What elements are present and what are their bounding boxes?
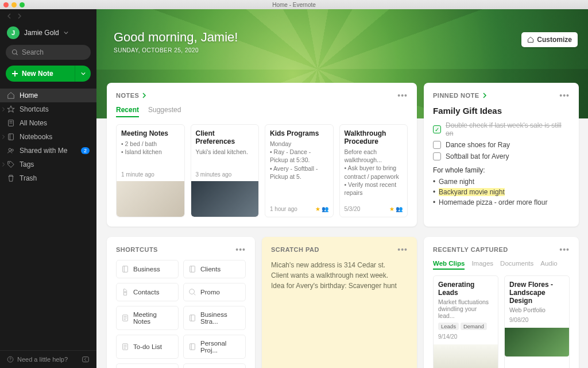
checklist-item[interactable]: Dance shoes for Ray [433, 141, 570, 149]
shortcut-item[interactable]: Promo [183, 283, 246, 301]
recently-captured-widget: RECENTLY CAPTURED ••• Web ClipsImagesDoc… [424, 237, 579, 368]
svg-rect-2 [9, 134, 14, 140]
more-icon[interactable]: ••• [397, 91, 408, 100]
note-card[interactable]: Client PreferencesYuki's ideal kitchen.3… [191, 124, 260, 217]
svg-rect-14 [190, 315, 195, 321]
svg-point-5 [9, 163, 10, 164]
checkbox-icon[interactable] [433, 152, 441, 160]
checklist-item[interactable]: Softball bat for Avery [433, 152, 570, 160]
sidebar-item-label: All Notes [20, 119, 47, 127]
shortcut-item[interactable]: Clients [183, 260, 246, 278]
collapse-sidebar-icon[interactable] [82, 355, 90, 363]
shortcut-label: Business Stra... [200, 311, 241, 325]
svg-point-0 [13, 50, 17, 55]
sidebar-item-home[interactable]: Home [0, 89, 96, 102]
sidebar-item-trash[interactable]: Trash [0, 171, 96, 185]
shortcut-item[interactable]: Contacts [116, 283, 179, 301]
pinned-note-widget: PINNED NOTE ••• Family Gift Ideas Double… [424, 83, 579, 227]
help-link[interactable]: ? Need a little help? [0, 350, 96, 368]
new-note-dropdown[interactable] [75, 66, 91, 82]
close-window-icon[interactable] [3, 2, 9, 7]
tab-recent[interactable]: Recent [116, 106, 139, 117]
shortcut-item[interactable]: Maui [116, 363, 179, 368]
widget-title: RECENTLY CAPTURED [433, 246, 508, 253]
shortcut-label: Business [133, 266, 160, 273]
shortcut-item[interactable]: Leads [183, 363, 246, 368]
nav-forward-icon[interactable] [16, 13, 22, 19]
checklist-text: Softball bat for Avery [446, 152, 509, 160]
more-icon[interactable]: ••• [235, 245, 246, 254]
shortcut-item[interactable]: Meeting Notes [116, 306, 179, 330]
sidebar-item-label: Shared with Me [20, 147, 67, 155]
home-icon [7, 91, 15, 99]
chevron-right-icon [1, 162, 6, 167]
tab-suggested[interactable]: Suggested [148, 106, 181, 117]
shortcut-item[interactable]: Personal Proj... [183, 335, 246, 359]
note-timestamp: 3 minutes ago [196, 171, 232, 178]
tab-documents[interactable]: Documents [500, 260, 533, 270]
chevron-down-icon [81, 71, 86, 76]
shortcut-icon [188, 265, 196, 273]
more-icon[interactable]: ••• [559, 91, 570, 100]
shortcut-item[interactable]: Business [116, 260, 179, 278]
pinned-note-title: Family Gift Ideas [433, 106, 570, 116]
bullet-item: Homemade pizza - order more flour [433, 198, 570, 206]
customize-button[interactable]: Customize [521, 32, 578, 47]
shortcut-item[interactable]: To-do List [116, 335, 179, 359]
chevron-right-icon [1, 107, 6, 112]
search-input[interactable]: Search [6, 45, 91, 60]
shortcut-label: Personal Proj... [200, 340, 241, 354]
tab-web-clips[interactable]: Web Clips [433, 260, 465, 270]
maximize-window-icon[interactable] [20, 2, 25, 7]
tab-audio[interactable]: Audio [540, 260, 557, 270]
tab-images[interactable]: Images [471, 260, 493, 270]
sidebar-item-notebooks[interactable]: Notebooks [0, 130, 96, 144]
note-card[interactable]: Kids ProgramsMonday• Ray - Dance - Picku… [265, 124, 334, 217]
account-switcher[interactable]: J Jamie Gold [0, 23, 96, 45]
chevron-right-icon[interactable] [141, 93, 147, 98]
notebooks-icon [7, 133, 15, 141]
shortcuts-icon [7, 105, 15, 113]
note-body: • 2 bed / bath• Island kitchen [121, 140, 180, 171]
sidebar-item-shortcuts[interactable]: Shortcuts [0, 102, 96, 116]
checklist-item[interactable]: Double check if last week's sale is stil… [433, 121, 570, 137]
tag[interactable]: Leads [438, 323, 459, 330]
search-icon [11, 49, 18, 56]
shortcuts-widget: SHORTCUTS ••• BusinessClientsContactsPro… [107, 237, 255, 368]
chevron-right-icon[interactable] [482, 93, 488, 98]
note-timestamp: 1 minute ago [121, 171, 154, 178]
shortcut-item[interactable]: Business Stra... [183, 306, 246, 330]
scratch-pad-widget[interactable]: SCRATCH PAD ••• Micah's new address is 3… [262, 237, 417, 368]
avatar: J [7, 26, 20, 39]
checklist-text: Double check if last week's sale is stil… [446, 121, 570, 137]
note-thumbnail [117, 181, 184, 217]
shortcut-icon [121, 343, 129, 351]
new-note-button[interactable]: New Note [6, 66, 91, 82]
note-card[interactable]: Meeting Notes• 2 bed / bath• Island kitc… [116, 124, 185, 217]
sidebar-item-label: Notebooks [20, 133, 52, 141]
search-placeholder: Search [22, 48, 44, 56]
captured-subtitle: Market fluctuations dwindling your lead.… [438, 298, 493, 319]
scratch-line: Client wants a walkthrough next week. [271, 270, 408, 281]
nav-back-icon[interactable] [7, 13, 13, 19]
window-title: Home - Evernote [272, 2, 316, 8]
checkbox-icon[interactable] [433, 125, 441, 133]
more-icon[interactable]: ••• [559, 245, 570, 254]
more-icon[interactable]: ••• [397, 245, 408, 254]
sidebar-item-all-notes[interactable]: All Notes [0, 116, 96, 130]
note-title: Client Preferences [196, 129, 254, 145]
home-icon [527, 36, 534, 43]
minimize-window-icon[interactable] [11, 2, 17, 7]
captured-item[interactable]: Generating LeadsMarket fluctuations dwin… [433, 275, 498, 368]
note-card[interactable]: Walkthrough ProcedureBefore each walkthr… [339, 124, 408, 217]
checkbox-icon[interactable] [433, 141, 441, 149]
shortcut-label: Promo [200, 289, 220, 296]
bullet-item: Backyard movie night [433, 188, 570, 196]
svg-rect-8 [83, 357, 89, 362]
tag[interactable]: Demand [461, 323, 487, 330]
sidebar-item-shared-with-me[interactable]: Shared with Me2 [0, 144, 96, 158]
sidebar-item-tags[interactable]: Tags [0, 158, 96, 171]
captured-item[interactable]: Drew Flores - Landscape DesignWeb Portfo… [504, 275, 570, 368]
all-notes-icon [7, 119, 15, 127]
chevron-down-icon [64, 30, 68, 35]
